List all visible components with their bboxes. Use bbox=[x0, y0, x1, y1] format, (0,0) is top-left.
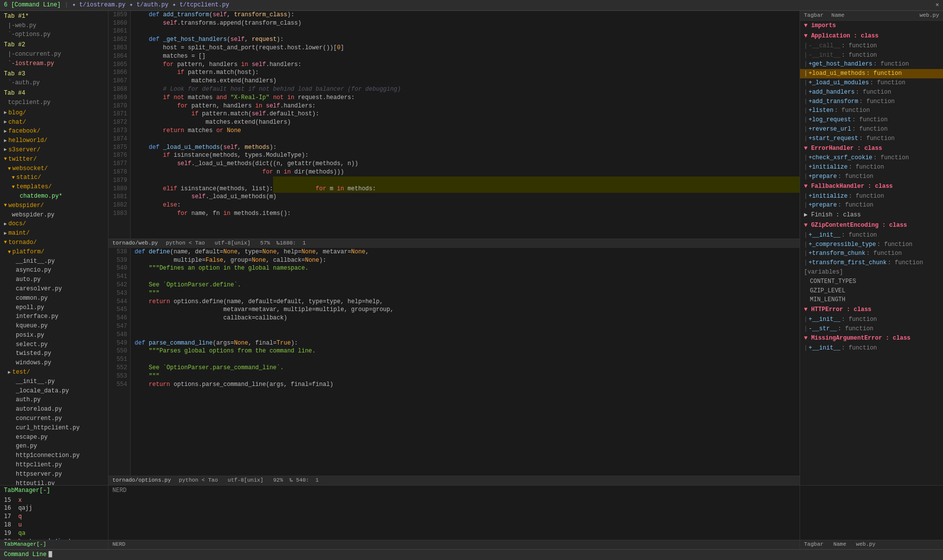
tagbar-label: Tagbar bbox=[804, 12, 824, 19]
tag-item-get-host[interactable]: | +get_host_handlers : function bbox=[800, 60, 943, 69]
tree-tab2[interactable]: Tab #2 bbox=[0, 40, 108, 50]
tree-file-chatdemo[interactable]: chatdemo.py* bbox=[0, 192, 108, 201]
bottom-area: TabManager[-] 15 x 16 qajj 17 q 18 u 19 … bbox=[0, 485, 943, 549]
tree-file-auth2[interactable]: auth.py bbox=[0, 395, 108, 405]
tree-dir-docs[interactable]: ▶ docs/ bbox=[0, 219, 108, 229]
bottom-middle-panel: NERD bbox=[108, 486, 800, 540]
tag-item-load-ui-modules[interactable]: | +_load_ui_modules : function bbox=[800, 78, 943, 88]
tree-file-concurrent[interactable]: |-concurrent.py bbox=[0, 50, 108, 59]
code-panel-1: 1859 1860 1861 1862 1863 1864 1865 1866 … bbox=[108, 11, 800, 248]
tag-item-add-handlers[interactable]: | +add_handlers : function bbox=[800, 88, 943, 97]
tree-file-curl[interactable]: curl_httpclient.py bbox=[0, 423, 108, 433]
tree-dir-templates[interactable]: ▼ templates/ bbox=[0, 182, 108, 192]
tree-file-auto[interactable]: auto.py bbox=[0, 275, 108, 284]
tag-var-content-types: CONTENT_TYPES bbox=[800, 277, 943, 286]
tag-item-initialize2[interactable]: | +initialize : function bbox=[800, 192, 943, 201]
tag-item-initialize1[interactable]: | +initialize : function bbox=[800, 163, 943, 172]
tree-tab1[interactable]: Tab #1* bbox=[0, 12, 108, 21]
tree-file-webspider[interactable]: webspider.py bbox=[0, 210, 108, 220]
line-numbers-2: 538 539 540 541 542 543 544 545 546 547 … bbox=[108, 248, 131, 476]
tree-file-select[interactable]: select.py bbox=[0, 340, 108, 350]
tree-file-httpclient[interactable]: httpclient.py bbox=[0, 460, 108, 470]
tree-file-gen[interactable]: gen.py bbox=[0, 442, 108, 451]
title-bar: 6 [Command Line] | ✦ t/iostream.py ✦ t/a… bbox=[0, 0, 943, 11]
tree-dir-static[interactable]: ▼ static/ bbox=[0, 173, 108, 182]
bottom-right-status: Tagbar Name web.py bbox=[800, 540, 943, 549]
bottom-right-panel bbox=[800, 486, 943, 540]
tree-dir-websocket[interactable]: ▼ websocket/ bbox=[0, 164, 108, 174]
tag-item-transform-first[interactable]: | +transform_first_chunk : function bbox=[800, 258, 943, 268]
tree-file-kqueue[interactable]: kqueue.py bbox=[0, 321, 108, 331]
tree-file-http1[interactable]: http1connection.py bbox=[0, 451, 108, 460]
tag-item-log-request[interactable]: | +log_request : function bbox=[800, 115, 943, 125]
tag-item-transform-chunk[interactable]: | +transform_chunk : function bbox=[800, 249, 943, 258]
command-line-label: Command Line bbox=[4, 551, 46, 559]
tree-file-autoreload[interactable]: autoreload.py bbox=[0, 405, 108, 414]
tree-dir-tornado[interactable]: ▼ tornado/ bbox=[0, 238, 108, 247]
tree-dir-facebook[interactable]: ▶ facebook/ bbox=[0, 127, 108, 136]
tag-item-httperror-str[interactable]: | -__str__ : function bbox=[800, 324, 943, 334]
tree-file-windows[interactable]: windows.py bbox=[0, 358, 108, 368]
tree-dir-test[interactable]: ▶ test/ bbox=[0, 368, 108, 377]
tag-item-missingarg-init[interactable]: | +__init__ : function bbox=[800, 344, 943, 353]
tree-dir-maint[interactable]: ▶ maint/ bbox=[0, 229, 108, 238]
tree-file-escape[interactable]: escape.py bbox=[0, 433, 108, 442]
tag-item-prepare1[interactable]: | +prepare : function bbox=[800, 172, 943, 181]
tag-section-errorhandler: ▼ ErrorHandler : class bbox=[800, 143, 943, 154]
status-filename-2: tornado/options.py bbox=[112, 477, 171, 484]
tag-item-compressible[interactable]: | +_compressible_type : function bbox=[800, 240, 943, 249]
tree-dir-twitter[interactable]: ▼ twitter/ bbox=[0, 155, 108, 164]
tag-item-gzip-init[interactable]: | +__init__ : function bbox=[800, 231, 943, 240]
tag-section-application: ▼ Application : class bbox=[800, 31, 943, 41]
tree-dir-blog[interactable]: ▶ blog/ bbox=[0, 108, 108, 118]
tree-file-iostream[interactable]: `-iostream.py bbox=[0, 59, 108, 69]
tree-tab4[interactable]: Tab #4 bbox=[0, 89, 108, 98]
tagbar: Tagbar Name web.py ▼ imports ▼ Applicati… bbox=[800, 11, 943, 485]
tree-file-web[interactable]: |-web.py bbox=[0, 21, 108, 31]
tree-file-asyncio[interactable]: asyncio.py bbox=[0, 266, 108, 275]
close-button[interactable]: ✕ bbox=[936, 1, 939, 9]
tree-file-twisted[interactable]: twisted.py bbox=[0, 349, 108, 358]
tag-item-check-xsrf[interactable]: | +check_xsrf_cookie : function bbox=[800, 153, 943, 163]
tag-item-init[interactable]: | -__init__ : function bbox=[800, 51, 943, 60]
tag-section-fallback: ▼ FallbackHandler : class bbox=[800, 181, 943, 192]
command-line-bar[interactable]: Command Line █ bbox=[0, 549, 943, 560]
tree-dir-platform[interactable]: ▼ platform/ bbox=[0, 247, 108, 257]
tree-file-options[interactable]: `-options.py bbox=[0, 30, 108, 39]
title-item-2[interactable]: ✦ t/auth.py bbox=[129, 1, 168, 9]
status-info-2: python < Tao utf-8[unix] 92% ‰ 540: 1 bbox=[179, 477, 319, 484]
tag-item-httperror-init[interactable]: | +__init__ : function bbox=[800, 315, 943, 324]
tree-file-caresolver[interactable]: caresolver.py bbox=[0, 284, 108, 294]
tag-item-load-ui-methods[interactable]: | +load_ui_methods : function bbox=[800, 69, 943, 78]
tree-file-tcpclient[interactable]: tcpclient.py bbox=[0, 98, 108, 107]
tag-item-prepare2[interactable]: | +prepare : function bbox=[800, 201, 943, 210]
title-item-3[interactable]: ✦ t/tcpclient.py bbox=[173, 1, 229, 9]
tree-file-auth[interactable]: `-auth.py bbox=[0, 78, 108, 88]
command-line-cursor[interactable]: █ bbox=[48, 551, 52, 559]
tag-item-reverse-url[interactable]: | +reverse_url : function bbox=[800, 125, 943, 134]
tree-dir-chat[interactable]: ▶ chat/ bbox=[0, 118, 108, 127]
tree-file-init1[interactable]: __init__.py bbox=[0, 257, 108, 266]
status-bar-2: tornado/options.py python < Tao utf-8[un… bbox=[108, 476, 800, 485]
tree-file-concurrent2[interactable]: concurrent.py bbox=[0, 414, 108, 423]
tree-file-init2[interactable]: __init__.py bbox=[0, 377, 108, 386]
tree-file-posix[interactable]: posix.py bbox=[0, 331, 108, 340]
tree-file-epoll[interactable]: epoll.py bbox=[0, 303, 108, 313]
tree-dir-helloworld[interactable]: ▶ helloworld/ bbox=[0, 136, 108, 145]
tree-tab3[interactable]: Tab #3 bbox=[0, 70, 108, 79]
tree-file-common[interactable]: common.py bbox=[0, 294, 108, 303]
tree-file-locale[interactable]: _locale_data.py bbox=[0, 386, 108, 396]
status-info-1: python < Tao utf-8[unix] 57% ‰1880: 1 bbox=[166, 240, 306, 247]
tree-file-interface[interactable]: interface.py bbox=[0, 312, 108, 321]
title-item-1[interactable]: ✦ t/iostream.py bbox=[72, 1, 125, 9]
tree-file-httpserver[interactable]: httpserver.py bbox=[0, 470, 108, 479]
tag-item-add-transform[interactable]: | +add_transform : function bbox=[800, 97, 943, 106]
tree-file-httputil[interactable]: httputil.py bbox=[0, 479, 108, 485]
tag-item-start-request[interactable]: | +start_request : function bbox=[800, 134, 943, 143]
tag-item-call[interactable]: | -__call__ : function bbox=[800, 41, 943, 51]
tree-dir-s3server[interactable]: ▶ s3server/ bbox=[0, 145, 108, 155]
tag-variables-gzip: [variables] bbox=[800, 268, 943, 277]
tag-item-listen[interactable]: | +listen : function bbox=[800, 106, 943, 115]
tree-dir-webspider[interactable]: ▼ webspider/ bbox=[0, 201, 108, 210]
tag-var-min-length: MIN_LENGTH bbox=[800, 295, 943, 305]
